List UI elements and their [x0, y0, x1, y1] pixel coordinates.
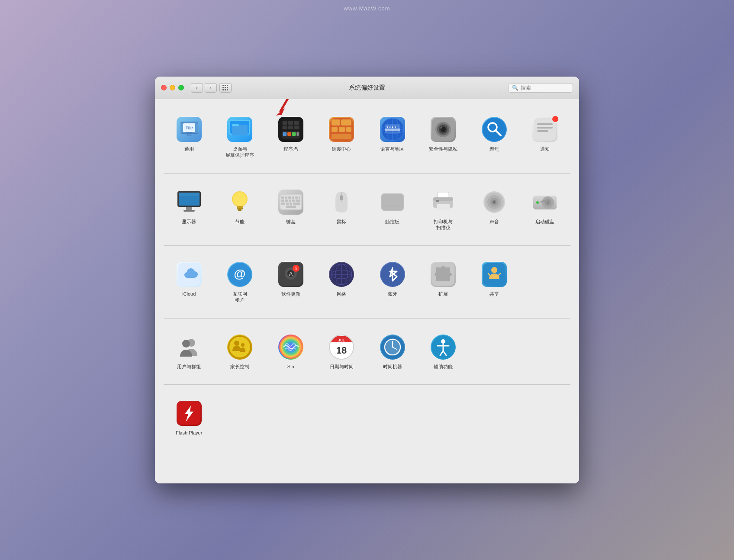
pref-internet-accounts[interactable]: @ 互联网帐户 — [215, 256, 266, 308]
pref-update[interactable]: A 1 软件更新 — [265, 256, 316, 308]
pref-language[interactable]: ★★★★ 语言与地区 — [367, 111, 418, 163]
update-icon-wrapper: A 1 — [277, 261, 305, 288]
pref-energy[interactable]: 节能 — [215, 184, 266, 235]
svg-text:JUL: JUL — [338, 338, 345, 342]
pref-spotlight[interactable]: 聚焦 — [469, 111, 520, 163]
pref-bluetooth[interactable]: 蓝牙 — [367, 256, 418, 308]
pref-mission[interactable]: 调度中心 — [316, 111, 367, 163]
pref-desktop[interactable]: 桌面与屏幕保护程序 — [215, 111, 266, 163]
svg-rect-82 — [286, 206, 296, 208]
svg-rect-70 — [292, 196, 294, 199]
divider-4 — [164, 384, 570, 385]
svg-rect-12 — [288, 121, 293, 125]
forward-button[interactable]: › — [205, 83, 217, 93]
language-icon-wrapper: ★★★★ — [379, 116, 406, 143]
svg-point-128 — [491, 267, 497, 273]
grid-view-button[interactable] — [219, 83, 232, 93]
svg-rect-57 — [179, 193, 200, 196]
svg-point-98 — [493, 201, 495, 203]
divider-1 — [164, 173, 570, 174]
svg-rect-79 — [286, 203, 289, 205]
pref-flash[interactable]: Flash Player — [164, 395, 215, 440]
datetime-icon: JUL 18 — [329, 335, 354, 360]
pref-sound[interactable]: 声音 — [469, 184, 520, 235]
spotlight-label: 聚焦 — [489, 146, 499, 152]
svg-rect-73 — [281, 200, 284, 202]
pref-extensions[interactable]: 扩展 — [418, 256, 469, 308]
svg-point-48 — [483, 118, 506, 141]
network-icon — [329, 262, 354, 287]
pref-display[interactable]: 显示器 — [164, 184, 215, 235]
energy-icon — [229, 190, 251, 215]
sharing-icon — [482, 262, 507, 287]
svg-rect-69 — [288, 196, 291, 199]
pref-security[interactable]: 安全性与隐私 — [418, 111, 469, 163]
preferences-content: File New One 通用 — [155, 99, 579, 483]
svg-rect-74 — [285, 200, 288, 202]
maximize-button[interactable] — [178, 85, 184, 90]
search-box[interactable]: 🔍 — [508, 83, 573, 93]
datetime-label: 日期与时间 — [330, 364, 354, 370]
pref-notifications[interactable]: 通知 — [520, 111, 571, 163]
svg-rect-15 — [288, 126, 293, 129]
notifications-icon-wrapper — [531, 116, 559, 143]
timemachine-label: 时间机器 — [383, 364, 402, 370]
mouse-icon-wrapper — [328, 188, 355, 216]
pref-accessibility[interactable]: 辅助功能 — [418, 329, 469, 374]
users-icon-wrapper — [175, 333, 203, 361]
minimize-button[interactable] — [170, 85, 175, 90]
pref-timemachine[interactable]: 时间机器 — [367, 329, 418, 374]
pref-general[interactable]: File New One 通用 — [164, 111, 215, 163]
svg-rect-76 — [292, 200, 295, 202]
pref-keyboard[interactable]: 键盘 — [265, 184, 316, 235]
pref-sharing[interactable]: 共享 — [469, 256, 520, 308]
keyboard-icon — [278, 190, 303, 215]
accessibility-icon-wrapper — [429, 333, 457, 361]
section-personal: File New One 通用 — [164, 108, 570, 166]
display-icon-wrapper — [175, 188, 203, 216]
pref-printer[interactable]: 打印机与扫描仪 — [418, 184, 469, 235]
svg-rect-78 — [281, 203, 285, 205]
general-label: 通用 — [184, 146, 194, 152]
accessibility-icon — [431, 335, 456, 360]
svg-point-109 — [536, 201, 539, 204]
pref-dock[interactable]: 程序坞 — [265, 111, 316, 163]
svg-rect-59 — [184, 210, 195, 212]
pref-datetime[interactable]: JUL 18 日期与时间 — [316, 329, 367, 374]
system-preferences-window: ‹ › 系统偏好设置 🔍 — [155, 77, 579, 483]
svg-rect-67 — [281, 196, 284, 199]
keyboard-icon-wrapper — [277, 188, 305, 216]
search-input[interactable] — [521, 85, 569, 91]
siri-icon-wrapper — [277, 333, 305, 361]
pref-icloud[interactable]: iCloud — [164, 256, 215, 308]
pref-siri[interactable]: Siri — [265, 329, 316, 374]
pref-users[interactable]: 用户与群组 — [164, 329, 215, 374]
personal-grid: File New One 通用 — [164, 108, 570, 166]
back-button[interactable]: ‹ — [191, 83, 203, 93]
pref-trackpad[interactable]: 触控板 — [367, 184, 418, 235]
svg-point-100 — [500, 197, 501, 199]
svg-rect-53 — [537, 127, 553, 129]
traffic-lights — [161, 85, 184, 90]
desktop-label: 桌面与屏幕保护程序 — [225, 146, 254, 158]
svg-rect-18 — [283, 132, 287, 136]
close-button[interactable] — [161, 85, 167, 90]
icloud-label: iCloud — [182, 291, 196, 297]
internet-grid: iCloud @ 互联网帐户 — [164, 253, 570, 311]
pref-network[interactable]: 网络 — [316, 256, 367, 308]
pref-mouse[interactable]: 鼠标 — [316, 184, 367, 235]
pref-parental[interactable]: 家长控制 — [215, 329, 266, 374]
svg-rect-27 — [332, 127, 338, 132]
svg-rect-21 — [296, 132, 299, 136]
pref-startup[interactable]: 启动磁盘 — [520, 184, 571, 235]
parental-label: 家长控制 — [230, 364, 249, 370]
trackpad-icon — [380, 193, 405, 212]
desktop-icon — [227, 117, 252, 142]
spotlight-icon-wrapper — [480, 116, 508, 143]
svg-rect-54 — [537, 130, 548, 132]
siri-label: Siri — [287, 364, 294, 370]
svg-rect-19 — [287, 132, 291, 136]
divider-2 — [164, 245, 570, 246]
network-label: 网络 — [337, 291, 346, 297]
svg-rect-9 — [232, 124, 239, 126]
